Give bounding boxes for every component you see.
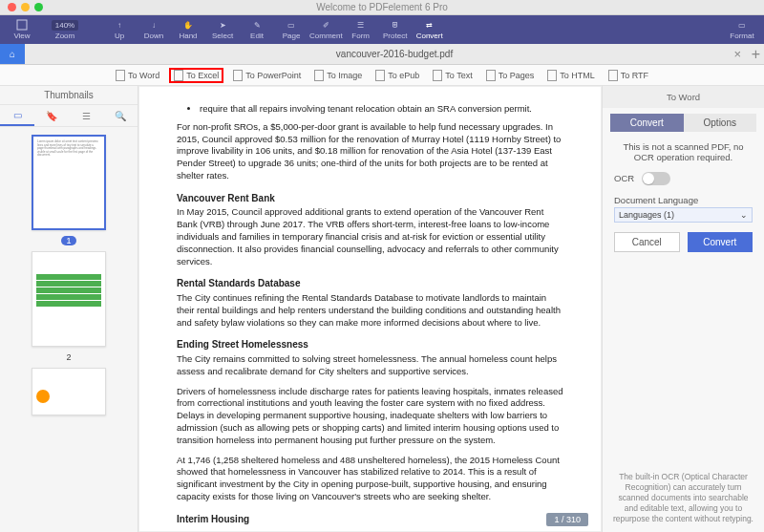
document-viewport[interactable]: require that all repairs involving tenan… — [138, 86, 602, 532]
view-icon — [16, 19, 28, 31]
page-2-label: 2 — [66, 352, 71, 362]
page-tool[interactable]: ▭ Page — [275, 15, 308, 44]
to-html-label: To HTML — [560, 71, 595, 80]
doc-paragraph: Drivers of homelessness include discharg… — [177, 386, 563, 447]
options-tab[interactable]: Options — [684, 114, 757, 132]
to-image-button[interactable]: To Image — [310, 69, 366, 82]
form-tool[interactable]: ☰ Form — [345, 15, 377, 44]
convert-icon: ⇄ — [424, 19, 435, 31]
language-section: Document Language Languages (1) ⌄ — [614, 195, 753, 223]
language-select[interactable]: Languages (1) ⌄ — [614, 207, 753, 223]
to-html-button[interactable]: To HTML — [543, 69, 599, 82]
convert-panel-body: This is not a scanned PDF, no OCR operat… — [603, 132, 764, 464]
to-epub-button[interactable]: To ePub — [371, 69, 423, 82]
main-toolbar: View 140% Zoom ↑ Up ↓ Down ✋ Hand ➤ Sele… — [0, 15, 764, 44]
select-label: Select — [212, 32, 233, 40]
to-pages-label: To Pages — [499, 71, 535, 80]
pages-icon: ▭ — [13, 110, 22, 120]
convert-tool[interactable]: ⇄ Convert — [414, 15, 446, 44]
new-tab-button[interactable]: + — [752, 46, 760, 63]
up-tool[interactable]: ↑ Up — [103, 15, 136, 44]
html-icon — [547, 70, 557, 81]
doc-heading: Rental Standards Database — [177, 277, 563, 290]
image-icon — [314, 70, 324, 81]
convert-panel: To Word Convert Options This is not a sc… — [602, 86, 764, 532]
to-text-button[interactable]: To Text — [429, 69, 476, 82]
list-icon: ☰ — [82, 111, 91, 121]
view-tool[interactable]: View — [6, 15, 38, 44]
hand-label: Hand — [179, 32, 197, 40]
outline-tab[interactable]: ☰ — [69, 105, 103, 126]
down-tool[interactable]: ↓ Down — [138, 15, 170, 44]
format-icon: ▭ — [736, 19, 748, 31]
excel-icon — [174, 70, 183, 81]
convert-panel-header: To Word — [603, 86, 764, 108]
to-excel-label: To Excel — [186, 71, 219, 80]
thumbnails-tab[interactable]: ▭ — [0, 105, 34, 126]
chevron-down-icon: ⌄ — [740, 210, 748, 220]
thumbnail-page-1[interactable]: Lorem ipsum dolor sit amet text content … — [32, 135, 106, 230]
to-rtf-button[interactable]: To RTF — [605, 69, 652, 82]
ocr-description: The built-in OCR (Optical Character Reco… — [603, 464, 764, 532]
pencil-icon: ✎ — [251, 19, 263, 31]
language-label: Document Language — [614, 195, 753, 205]
doc-paragraph: At 1,746 (1,258 sheltered homeless and 4… — [177, 455, 563, 503]
doc-bullet: require that all repairs involving tenan… — [200, 103, 563, 116]
up-label: Up — [115, 32, 124, 40]
to-excel-button[interactable]: To Excel — [169, 68, 223, 83]
cancel-button[interactable]: Cancel — [614, 232, 680, 252]
format-tool[interactable]: ▭ Format — [726, 15, 758, 44]
select-tool[interactable]: ➤ Select — [206, 15, 239, 44]
ocr-label: OCR — [614, 173, 634, 183]
doc-paragraph: In May 2015, Council approved additional… — [177, 206, 563, 267]
to-word-button[interactable]: To Word — [112, 69, 163, 82]
to-word-label: To Word — [128, 71, 159, 80]
sidebar-tabs: ▭ 🔖 ☰ 🔍 — [0, 105, 138, 127]
zoom-value: 140% — [52, 20, 78, 31]
to-pages-button[interactable]: To Pages — [482, 69, 539, 82]
home-tab[interactable]: ⌂ — [0, 44, 25, 64]
page-label: Page — [283, 32, 301, 40]
ocr-row: OCR — [614, 172, 753, 185]
convert-tab[interactable]: Convert — [610, 114, 684, 132]
to-powerpoint-button[interactable]: To PowerPoint — [229, 69, 305, 82]
edit-tool[interactable]: ✎ Edit — [241, 15, 273, 44]
protect-tool[interactable]: ⛨ Protect — [379, 15, 412, 44]
hand-icon: ✋ — [182, 19, 194, 31]
sidebar-header: Thumbnails — [0, 86, 138, 105]
document-tab[interactable]: vancouver-2016-budget.pdf × + — [25, 44, 764, 64]
document-page: require that all repairs involving tenan… — [138, 86, 602, 532]
convert-targets-bar: To Word To Excel To PowerPoint To Image … — [0, 65, 764, 86]
to-powerpoint-label: To PowerPoint — [245, 71, 301, 80]
document-tabbar: ⌂ vancouver-2016-budget.pdf × + — [0, 44, 764, 65]
bookmarks-tab[interactable]: 🔖 — [34, 105, 69, 126]
rtf-icon — [608, 70, 618, 81]
form-icon: ☰ — [355, 19, 367, 31]
to-rtf-label: To RTF — [621, 71, 648, 80]
form-label: Form — [351, 32, 370, 40]
format-label: Format — [730, 32, 753, 40]
page-counter: 1 / 310 — [546, 513, 588, 526]
zoom-tool[interactable]: 140% Zoom — [40, 15, 90, 44]
ocr-status-message: This is not a scanned PDF, no OCR operat… — [614, 141, 753, 162]
search-tab[interactable]: 🔍 — [103, 105, 138, 126]
thumbnails-list[interactable]: Lorem ipsum dolor sit amet text content … — [0, 127, 138, 532]
doc-paragraph: For non-profit SROs, a $5,000-per-door g… — [177, 121, 563, 182]
search-icon: 🔍 — [115, 111, 126, 121]
thumbnail-page-3[interactable] — [32, 368, 106, 415]
down-label: Down — [144, 32, 163, 40]
thumbnails-sidebar: Thumbnails ▭ 🔖 ☰ 🔍 Lorem ipsum dolor sit… — [0, 86, 138, 532]
thumbnail-page-2[interactable] — [32, 251, 106, 347]
ocr-toggle[interactable] — [642, 172, 670, 185]
hand-tool[interactable]: ✋ Hand — [172, 15, 204, 44]
convert-button[interactable]: Convert — [688, 232, 753, 252]
window-titlebar: Welcome to PDFelement 6 Pro — [0, 0, 764, 15]
comment-label: Comment — [309, 32, 343, 40]
close-tab-icon[interactable]: × — [733, 47, 741, 61]
convert-buttons: Cancel Convert — [614, 232, 753, 252]
protect-label: Protect — [383, 32, 407, 40]
window-title: Welcome to PDFelement 6 Pro — [0, 2, 764, 12]
powerpoint-icon — [233, 70, 243, 81]
svg-rect-0 — [17, 20, 27, 30]
comment-tool[interactable]: ✐ Comment — [309, 15, 343, 44]
